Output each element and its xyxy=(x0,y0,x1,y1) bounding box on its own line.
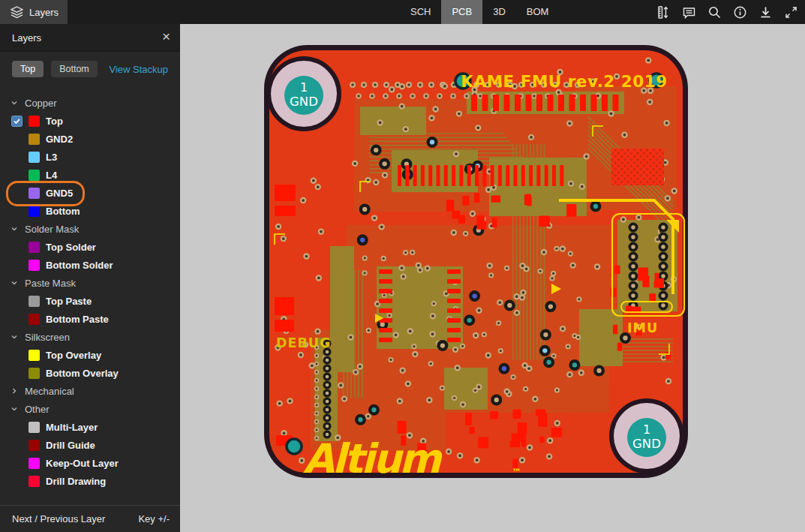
layer-label: Top Solder xyxy=(46,242,96,253)
imu-label: IMU xyxy=(627,320,658,335)
layer-row-drill-drawing[interactable]: Drill Drawing xyxy=(0,472,180,490)
section-label: Other xyxy=(25,404,50,415)
section-silkscreen[interactable]: Silkscreen xyxy=(0,328,180,346)
layer-label: Bottom Solder xyxy=(46,260,113,271)
board-title: KAME FMU rev.2 2019 xyxy=(461,72,667,91)
layer-row-keep-out[interactable]: Keep-Out Layer xyxy=(0,454,180,472)
comment-icon[interactable] xyxy=(679,2,698,22)
layer-color-swatch[interactable] xyxy=(29,170,40,181)
layer-label: L3 xyxy=(46,152,57,163)
layers-panel-header: Layers × xyxy=(0,24,180,52)
tab-sch[interactable]: SCH xyxy=(400,0,441,24)
layer-label: Keep-Out Layer xyxy=(46,458,119,469)
layer-color-swatch[interactable] xyxy=(29,314,40,325)
bottom-side-button[interactable]: Bottom xyxy=(51,61,98,77)
layer-color-swatch[interactable] xyxy=(29,296,40,307)
mounting-hole-bottom-right: 1 GND xyxy=(609,398,684,473)
chevron-right-icon xyxy=(11,387,18,395)
section-paste-mask[interactable]: Paste Mask xyxy=(0,274,180,292)
layer-color-swatch[interactable] xyxy=(29,152,40,163)
layer-row-drill-guide[interactable]: Drill Guide xyxy=(0,436,180,454)
debug-label: DEBUG xyxy=(276,335,331,350)
layer-label: GND2 xyxy=(46,134,73,145)
view-stackup-link[interactable]: View Stackup xyxy=(109,64,168,75)
layer-label: L4 xyxy=(46,170,57,181)
layer-list: Copper Top GND2 L3 L4 GND5 Bottom xyxy=(0,94,180,490)
altium-365-viewer: { "toolbar": { "layers_button": "Layers"… xyxy=(0,0,805,532)
tab-bom[interactable]: BOM xyxy=(516,0,560,24)
layer-row-multi-layer[interactable]: Multi-Layer xyxy=(0,418,180,436)
section-label: Silkscreen xyxy=(25,332,70,343)
layer-row-bottom-paste[interactable]: Bottom Paste xyxy=(0,310,180,328)
layer-row-top-paste[interactable]: Top Paste xyxy=(0,292,180,310)
tab-3d[interactable]: 3D xyxy=(482,0,516,24)
layer-label: GND5 xyxy=(46,188,73,199)
mount-net-label: GND xyxy=(290,95,318,109)
layer-label: Top Paste xyxy=(46,296,92,307)
layer-color-swatch[interactable] xyxy=(29,134,40,145)
layer-label: Drill Guide xyxy=(46,440,95,451)
layers-button-label: Layers xyxy=(29,7,59,18)
info-icon[interactable] xyxy=(730,2,749,22)
chevron-down-icon xyxy=(11,99,18,107)
altium-logo: Altium xyxy=(303,435,443,478)
layer-row-l3[interactable]: L3 xyxy=(0,148,180,166)
layer-color-swatch[interactable] xyxy=(29,350,40,361)
layer-color-swatch[interactable] xyxy=(29,188,40,199)
layer-row-gnd2[interactable]: GND2 xyxy=(0,130,180,148)
search-icon[interactable] xyxy=(704,2,724,22)
section-copper[interactable]: Copper xyxy=(0,94,180,112)
layer-color-swatch[interactable] xyxy=(29,206,40,217)
layer-row-bottom-solder[interactable]: Bottom Solder xyxy=(0,256,180,274)
top-toolbar: Layers SCH PCB 3D BOM xyxy=(0,0,805,24)
checkbox-checked[interactable] xyxy=(11,116,23,127)
mounting-hole-top-left: 1 GND xyxy=(266,56,341,131)
layer-color-swatch[interactable] xyxy=(29,242,40,253)
layer-label: Top xyxy=(46,116,63,127)
layer-color-swatch[interactable] xyxy=(29,260,40,271)
chevron-down-icon xyxy=(11,225,18,233)
panel-footer: Next / Previous Layer Key +/- xyxy=(0,505,180,532)
layer-row-top[interactable]: Top xyxy=(0,112,180,130)
layer-label: Top Overlay xyxy=(46,350,101,361)
layer-color-swatch[interactable] xyxy=(29,368,40,379)
mount-pin-number: 1 xyxy=(643,422,650,437)
layers-icon xyxy=(11,6,23,19)
fullscreen-icon[interactable] xyxy=(781,2,800,22)
layer-color-swatch[interactable] xyxy=(29,422,40,433)
layer-row-top-solder[interactable]: Top Solder xyxy=(0,238,180,256)
tab-pcb[interactable]: PCB xyxy=(441,0,482,24)
download-icon[interactable] xyxy=(755,2,775,22)
layers-panel: Layers × Top Bottom View Stackup Copper … xyxy=(0,24,180,532)
layer-label: Multi-Layer xyxy=(46,422,98,433)
layer-color-swatch[interactable] xyxy=(29,476,40,487)
pcb-board-canvas[interactable]: 1 GND 1 GND KAME FMU rev.2 2019 DEBUG IM… xyxy=(264,45,688,478)
layer-color-swatch[interactable] xyxy=(29,116,40,127)
chevron-down-icon xyxy=(11,333,18,341)
section-solder-mask[interactable]: Solder Mask xyxy=(0,220,180,238)
layer-row-bottom-overlay[interactable]: Bottom Overlay xyxy=(0,364,180,382)
layer-row-l4[interactable]: L4 xyxy=(0,166,180,184)
section-other[interactable]: Other xyxy=(0,400,180,418)
close-icon[interactable]: × xyxy=(162,27,170,47)
crosshatch-region xyxy=(611,149,664,185)
document-tabs: SCH PCB 3D BOM xyxy=(400,0,559,24)
layer-label: Bottom xyxy=(46,206,80,217)
section-label: Copper xyxy=(25,98,57,109)
layer-color-swatch[interactable] xyxy=(29,458,40,469)
layer-row-bottom[interactable]: Bottom xyxy=(0,202,180,220)
layer-row-top-overlay[interactable]: Top Overlay xyxy=(0,346,180,364)
layers-panel-toggle-button[interactable]: Layers xyxy=(0,0,68,24)
layer-color-swatch[interactable] xyxy=(29,440,40,451)
chevron-down-icon xyxy=(11,279,18,287)
footer-hint-label: Next / Previous Layer xyxy=(12,513,105,524)
layer-label: Bottom Paste xyxy=(46,314,109,325)
toolbar-icons xyxy=(653,0,800,24)
pcb-viewport[interactable]: 1 GND 1 GND KAME FMU rev.2 2019 DEBUG IM… xyxy=(180,24,805,532)
section-mechanical[interactable]: Mechanical xyxy=(0,382,180,400)
layer-label: Bottom Overlay xyxy=(46,368,119,379)
top-side-button[interactable]: Top xyxy=(12,61,44,77)
measure-icon[interactable] xyxy=(653,2,673,22)
section-label: Mechanical xyxy=(25,386,74,397)
layer-row-gnd5[interactable]: GND5 xyxy=(0,184,180,202)
